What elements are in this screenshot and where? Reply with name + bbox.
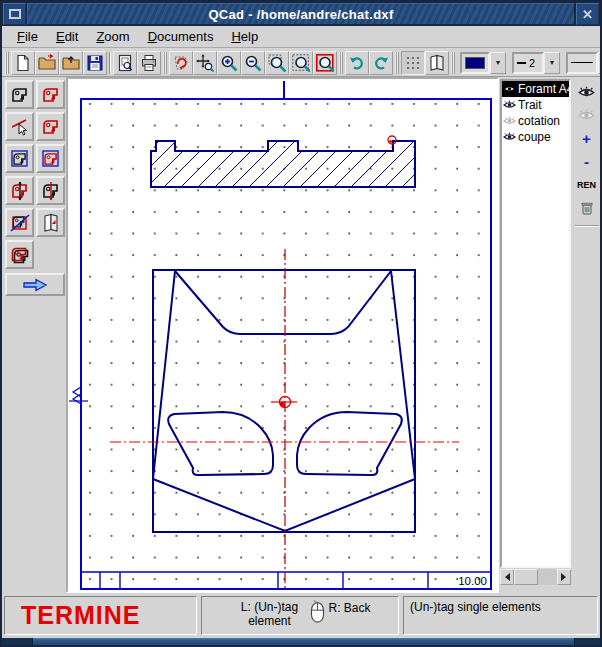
main-area: 10.00 — [2, 77, 600, 593]
menu-help[interactable]: Help — [222, 27, 267, 46]
trash-icon — [579, 200, 595, 216]
save-button[interactable] — [83, 51, 107, 75]
redo-button[interactable] — [369, 51, 393, 75]
pan-arrows-icon — [196, 54, 214, 72]
line-style-select[interactable]: ▼ — [566, 52, 602, 74]
delete-layer-button[interactable] — [575, 198, 599, 217]
zoom-window-button[interactable] — [265, 51, 289, 75]
pick-element-button[interactable] — [5, 112, 34, 141]
tag-layer-button[interactable] — [36, 208, 65, 237]
layer-name: cotation — [518, 114, 560, 128]
tag-intersected-button[interactable] — [5, 176, 34, 205]
layer-name: coupe — [518, 130, 551, 144]
views-button[interactable] — [425, 51, 449, 75]
remove-layer-label: - — [584, 157, 589, 167]
tag-all-button[interactable] — [5, 240, 34, 269]
zoom-in-button[interactable] — [217, 51, 241, 75]
add-layer-button[interactable]: + — [575, 129, 599, 148]
redraw-button[interactable] — [169, 51, 193, 75]
menu-documents[interactable]: Documents — [139, 27, 223, 46]
close-file-button[interactable] — [59, 51, 83, 75]
resize-handle-middle[interactable] — [32, 638, 575, 647]
untag-element-button[interactable] — [36, 80, 65, 109]
system-menu-button[interactable] — [3, 3, 26, 25]
continue-arrow-icon — [22, 278, 48, 292]
line-style-field — [566, 52, 598, 74]
zoom-in-icon — [220, 54, 238, 72]
status-mode-panel: TERMINE — [4, 596, 197, 635]
layer-row-coupe[interactable]: coupe — [502, 129, 569, 145]
scrollbar-track[interactable] — [538, 569, 557, 585]
print-preview-button[interactable] — [113, 51, 137, 75]
grid-icon — [404, 54, 422, 72]
auto-zoom-button[interactable] — [289, 51, 313, 75]
menu-zoom[interactable]: Zoom — [87, 27, 138, 46]
toolbar-grip[interactable] — [5, 52, 9, 74]
show-layer-button[interactable] — [575, 83, 599, 102]
layer-panel: Foramt A4 Trait cotation coupe — [499, 77, 600, 593]
toolbar-grip[interactable] — [163, 52, 167, 74]
titlebar-drag-area[interactable]: QCad - /home/andre/chat.dxf — [27, 3, 575, 25]
toolbar-grip[interactable] — [339, 52, 343, 74]
width-dropdown-arrow[interactable]: ▼ — [544, 52, 560, 74]
color-select[interactable]: ▼ — [460, 52, 506, 74]
hide-layer-button[interactable] — [575, 106, 599, 125]
scroll-right-button[interactable] — [557, 569, 571, 585]
invert-selection-button[interactable] — [5, 208, 34, 237]
show-layer-eye-icon — [578, 86, 595, 99]
layer-row-format[interactable]: Foramt A4 — [502, 81, 569, 97]
current-color-field — [460, 52, 490, 74]
remove-layer-button[interactable]: - — [575, 152, 599, 171]
window-resize-border[interactable] — [2, 638, 600, 647]
tag-intersected-icon — [10, 181, 30, 201]
open-file-button[interactable] — [35, 51, 59, 75]
continue-button[interactable] — [5, 273, 65, 296]
print-button[interactable] — [137, 51, 161, 75]
new-file-icon — [14, 54, 32, 72]
line-width-value: 2 — [529, 57, 535, 69]
eye-icon — [503, 132, 516, 142]
mouse-hint-panel: L: (Un-)tag element R: Back — [201, 596, 399, 635]
layer-row-cotation[interactable]: cotation — [502, 113, 569, 129]
drawing-canvas[interactable]: 10.00 — [66, 77, 499, 593]
layer-list[interactable]: Foramt A4 Trait cotation coupe — [500, 79, 571, 568]
redo-icon — [372, 54, 390, 72]
auto-zoom-icon — [292, 54, 310, 72]
left-mouse-hint: L: (Un-)tag element — [229, 600, 309, 628]
color-dropdown-arrow[interactable]: ▼ — [490, 52, 506, 74]
tag-contour-icon — [41, 117, 61, 137]
new-file-button[interactable] — [11, 51, 35, 75]
scrollbar-thumb[interactable] — [514, 569, 538, 585]
print-preview-icon — [116, 54, 134, 72]
untag-intersected-button[interactable] — [36, 176, 65, 205]
zoom-out-button[interactable] — [241, 51, 265, 75]
tag-element-button[interactable] — [5, 80, 34, 109]
grid-toggle-button[interactable] — [401, 51, 425, 75]
scroll-left-button[interactable] — [500, 569, 514, 585]
layer-list-scrollbar[interactable] — [500, 569, 571, 585]
zoom-window-icon — [268, 54, 286, 72]
open-folder-icon — [38, 54, 56, 72]
close-button[interactable]: ✕ — [576, 3, 599, 25]
tag-contour-button[interactable] — [36, 112, 65, 141]
toolbar-grip[interactable] — [451, 52, 455, 74]
action-hint: (Un-)tag single elements — [410, 600, 541, 614]
titlebar[interactable]: QCad - /home/andre/chat.dxf ✕ — [2, 2, 600, 26]
layer-row-trait[interactable]: Trait — [502, 97, 569, 113]
previous-view-icon — [316, 54, 334, 72]
rename-layer-button[interactable]: REN — [575, 175, 599, 194]
untag-window-button[interactable] — [36, 144, 65, 173]
menu-file[interactable]: File — [8, 27, 47, 46]
pan-zoom-button[interactable] — [193, 51, 217, 75]
previous-view-button[interactable] — [313, 51, 337, 75]
menu-edit[interactable]: Edit — [47, 27, 87, 46]
undo-button[interactable] — [345, 51, 369, 75]
line-width-select[interactable]: 2 ▼ — [512, 52, 560, 74]
tag-window-button[interactable] — [5, 144, 34, 173]
book-icon — [428, 54, 446, 72]
add-layer-label: + — [582, 134, 591, 144]
qcad-window: QCad - /home/andre/chat.dxf ✕ File Edit … — [0, 0, 602, 647]
style-dropdown-arrow[interactable]: ▼ — [598, 52, 602, 74]
selection-toolbar — [2, 77, 66, 593]
toolbar-grip[interactable] — [395, 52, 399, 74]
